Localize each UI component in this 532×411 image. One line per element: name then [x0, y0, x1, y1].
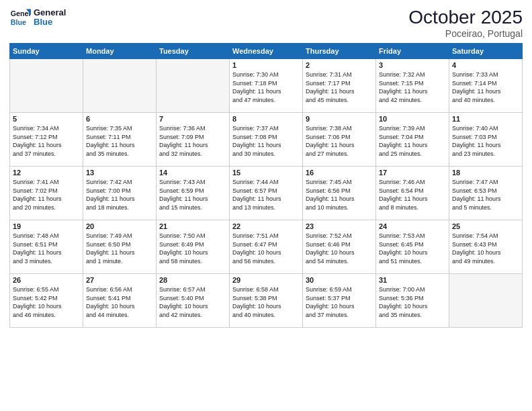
calendar-week-row: 19Sunrise: 7:48 AM Sunset: 6:51 PM Dayli… — [10, 220, 523, 274]
day-info: Sunrise: 7:53 AM Sunset: 6:45 PM Dayligh… — [379, 232, 446, 265]
day-number: 13 — [86, 169, 153, 177]
logo-text-general: General — [34, 8, 66, 17]
calendar-week-row: 26Sunrise: 6:55 AM Sunset: 5:42 PM Dayli… — [10, 274, 523, 328]
day-number: 15 — [232, 169, 300, 177]
calendar-cell: 21Sunrise: 7:50 AM Sunset: 6:49 PM Dayli… — [157, 220, 230, 274]
weekday-header: Thursday — [303, 44, 376, 59]
day-number: 9 — [306, 115, 373, 123]
day-info: Sunrise: 7:34 AM Sunset: 7:12 PM Dayligh… — [13, 124, 80, 158]
svg-text:Blue: Blue — [11, 18, 26, 26]
calendar-week-row: 5Sunrise: 7:34 AM Sunset: 7:12 PM Daylig… — [10, 113, 523, 167]
header: General Blue General Blue October 2025 P… — [9, 7, 523, 39]
day-info: Sunrise: 7:43 AM Sunset: 6:59 PM Dayligh… — [159, 178, 226, 212]
day-info: Sunrise: 6:57 AM Sunset: 5:40 PM Dayligh… — [159, 285, 226, 319]
weekday-header: Friday — [376, 44, 449, 59]
day-number: 22 — [232, 222, 300, 230]
logo: General Blue General Blue — [9, 7, 66, 28]
day-info: Sunrise: 7:54 AM Sunset: 6:43 PM Dayligh… — [452, 232, 519, 265]
calendar-cell: 3Sunrise: 7:32 AM Sunset: 7:15 PM Daylig… — [376, 59, 449, 113]
logo-icon: General Blue — [9, 7, 31, 28]
calendar-header-row: SundayMondayTuesdayWednesdayThursdayFrid… — [10, 44, 523, 59]
calendar-cell: 30Sunrise: 6:59 AM Sunset: 5:37 PM Dayli… — [303, 274, 376, 328]
calendar-cell: 13Sunrise: 7:42 AM Sunset: 7:00 PM Dayli… — [83, 167, 157, 220]
day-info: Sunrise: 7:52 AM Sunset: 6:46 PM Dayligh… — [306, 232, 373, 265]
day-info: Sunrise: 7:45 AM Sunset: 6:56 PM Dayligh… — [306, 178, 373, 212]
calendar-cell: 1Sunrise: 7:30 AM Sunset: 7:18 PM Daylig… — [230, 59, 303, 113]
day-number: 2 — [306, 61, 373, 69]
calendar-cell: 14Sunrise: 7:43 AM Sunset: 6:59 PM Dayli… — [157, 167, 230, 220]
logo-text-blue: Blue — [34, 17, 66, 27]
day-info: Sunrise: 7:36 AM Sunset: 7:09 PM Dayligh… — [159, 124, 226, 158]
day-number: 19 — [13, 222, 80, 230]
calendar-cell: 18Sunrise: 7:47 AM Sunset: 6:53 PM Dayli… — [449, 167, 523, 220]
calendar-cell — [10, 59, 83, 113]
day-info: Sunrise: 7:31 AM Sunset: 7:17 PM Dayligh… — [306, 71, 373, 104]
day-number: 30 — [306, 276, 373, 284]
weekday-header: Monday — [83, 44, 157, 59]
calendar-week-row: 12Sunrise: 7:41 AM Sunset: 7:02 PM Dayli… — [10, 167, 523, 220]
day-number: 27 — [86, 276, 153, 284]
day-number: 12 — [13, 169, 80, 177]
calendar-cell: 7Sunrise: 7:36 AM Sunset: 7:09 PM Daylig… — [157, 113, 230, 167]
day-info: Sunrise: 7:51 AM Sunset: 6:47 PM Dayligh… — [232, 232, 300, 265]
calendar-cell — [157, 59, 230, 113]
weekday-header: Saturday — [449, 44, 523, 59]
calendar-cell: 8Sunrise: 7:37 AM Sunset: 7:08 PM Daylig… — [230, 113, 303, 167]
calendar-cell: 25Sunrise: 7:54 AM Sunset: 6:43 PM Dayli… — [449, 220, 523, 274]
day-number: 7 — [159, 115, 226, 123]
day-info: Sunrise: 7:37 AM Sunset: 7:08 PM Dayligh… — [232, 124, 300, 158]
day-number: 20 — [86, 222, 153, 230]
day-info: Sunrise: 7:42 AM Sunset: 7:00 PM Dayligh… — [86, 178, 153, 212]
day-number: 16 — [306, 169, 373, 177]
day-info: Sunrise: 7:39 AM Sunset: 7:04 PM Dayligh… — [379, 124, 446, 158]
calendar-cell: 12Sunrise: 7:41 AM Sunset: 7:02 PM Dayli… — [10, 167, 83, 220]
calendar-table: SundayMondayTuesdayWednesdayThursdayFrid… — [9, 43, 523, 328]
weekday-header: Sunday — [10, 44, 83, 59]
day-info: Sunrise: 7:49 AM Sunset: 6:50 PM Dayligh… — [86, 232, 153, 265]
day-number: 8 — [232, 115, 300, 123]
day-info: Sunrise: 7:30 AM Sunset: 7:18 PM Dayligh… — [232, 71, 300, 104]
day-number: 23 — [306, 222, 373, 230]
day-number: 1 — [232, 61, 300, 69]
calendar-cell: 27Sunrise: 6:56 AM Sunset: 5:41 PM Dayli… — [83, 274, 157, 328]
day-info: Sunrise: 6:55 AM Sunset: 5:42 PM Dayligh… — [13, 285, 80, 319]
location: Poceirao, Portugal — [408, 28, 523, 39]
day-number: 11 — [452, 115, 519, 123]
day-info: Sunrise: 6:59 AM Sunset: 5:37 PM Dayligh… — [306, 285, 373, 319]
day-info: Sunrise: 7:41 AM Sunset: 7:02 PM Dayligh… — [13, 178, 80, 212]
calendar-cell: 6Sunrise: 7:35 AM Sunset: 7:11 PM Daylig… — [83, 113, 157, 167]
day-number: 6 — [86, 115, 153, 123]
calendar-cell: 24Sunrise: 7:53 AM Sunset: 6:45 PM Dayli… — [376, 220, 449, 274]
day-number: 14 — [159, 169, 226, 177]
calendar-cell: 16Sunrise: 7:45 AM Sunset: 6:56 PM Dayli… — [303, 167, 376, 220]
day-info: Sunrise: 7:46 AM Sunset: 6:54 PM Dayligh… — [379, 178, 446, 212]
calendar-cell: 28Sunrise: 6:57 AM Sunset: 5:40 PM Dayli… — [157, 274, 230, 328]
day-info: Sunrise: 7:50 AM Sunset: 6:49 PM Dayligh… — [159, 232, 226, 265]
day-info: Sunrise: 7:38 AM Sunset: 7:06 PM Dayligh… — [306, 124, 373, 158]
calendar-cell: 15Sunrise: 7:44 AM Sunset: 6:57 PM Dayli… — [230, 167, 303, 220]
day-number: 29 — [232, 276, 300, 284]
calendar-cell: 4Sunrise: 7:33 AM Sunset: 7:14 PM Daylig… — [449, 59, 523, 113]
calendar-cell: 10Sunrise: 7:39 AM Sunset: 7:04 PM Dayli… — [376, 113, 449, 167]
day-info: Sunrise: 6:56 AM Sunset: 5:41 PM Dayligh… — [86, 285, 153, 319]
calendar-cell: 31Sunrise: 7:00 AM Sunset: 5:36 PM Dayli… — [376, 274, 449, 328]
day-number: 28 — [159, 276, 226, 284]
day-number: 17 — [379, 169, 446, 177]
day-number: 26 — [13, 276, 80, 284]
day-info: Sunrise: 7:32 AM Sunset: 7:15 PM Dayligh… — [379, 71, 446, 104]
calendar-cell: 20Sunrise: 7:49 AM Sunset: 6:50 PM Dayli… — [83, 220, 157, 274]
day-number: 31 — [379, 276, 446, 284]
weekday-header: Tuesday — [157, 44, 230, 59]
calendar-cell: 23Sunrise: 7:52 AM Sunset: 6:46 PM Dayli… — [303, 220, 376, 274]
title-block: October 2025 Poceirao, Portugal — [408, 7, 523, 39]
calendar-cell — [83, 59, 157, 113]
calendar-cell: 19Sunrise: 7:48 AM Sunset: 6:51 PM Dayli… — [10, 220, 83, 274]
day-number: 4 — [452, 61, 519, 69]
calendar-cell: 29Sunrise: 6:58 AM Sunset: 5:38 PM Dayli… — [230, 274, 303, 328]
day-number: 24 — [379, 222, 446, 230]
day-info: Sunrise: 7:48 AM Sunset: 6:51 PM Dayligh… — [13, 232, 80, 265]
day-info: Sunrise: 7:33 AM Sunset: 7:14 PM Dayligh… — [452, 71, 519, 104]
day-number: 18 — [452, 169, 519, 177]
weekday-header: Wednesday — [230, 44, 303, 59]
month-title: October 2025 — [408, 7, 523, 28]
